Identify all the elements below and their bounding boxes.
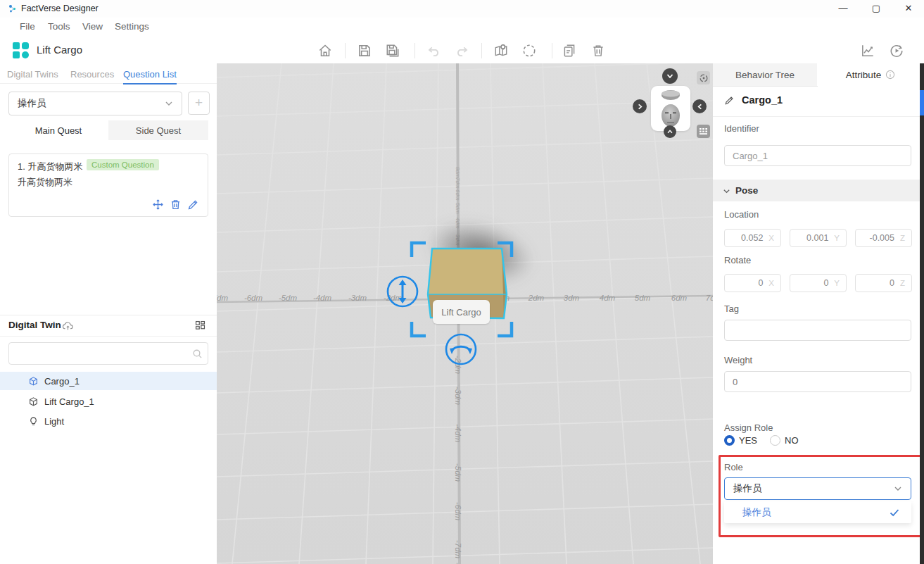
home-button[interactable] [316,42,334,60]
scrollbar[interactable] [920,63,924,564]
location-z-input[interactable]: -0.005 Z [855,229,912,247]
axis-label: -7dm [217,294,234,302]
cloud-upload-icon[interactable] [62,320,74,331]
orbit-up-button[interactable] [664,125,676,138]
tab-attribute[interactable]: Attribute [817,63,924,86]
move-icon[interactable] [152,199,164,211]
tab-behavior-tree[interactable]: Behavior Tree [713,63,818,87]
menu-file[interactable]: File [20,21,35,32]
move-vertical-handle[interactable] [386,275,419,308]
scrollbar-thumb[interactable] [920,90,924,115]
digital-twin-header: Digital Twin [0,315,217,337]
redo-button[interactable] [452,42,471,60]
chart-button[interactable] [859,42,877,60]
undo-button[interactable] [425,42,443,60]
axis-label: -6dm [238,294,269,302]
question-type-badge: Custom Question [87,159,159,170]
tree-item-cargo-1[interactable]: Cargo_1 [0,372,217,390]
axis-label: -4dm [454,424,462,442]
window-title: FactVerse Designer [21,4,99,13]
delete-question-icon[interactable] [170,199,182,211]
left-panel-tabs: Digital Twins Resources Question List [0,63,217,84]
rotate-z-value: 0 [890,278,894,288]
edit-name-icon[interactable] [724,95,735,106]
role-select[interactable]: 操作员 [724,477,911,500]
location-y-input[interactable]: 0.001 Y [790,229,847,247]
timer-button[interactable] [520,42,538,60]
delete-button[interactable] [589,42,607,60]
menu-tools[interactable]: Tools [48,21,70,32]
cube-icon [28,376,39,387]
replay-icon [889,43,904,58]
role-filter-select[interactable]: 操作员 [8,92,182,115]
axis-label: -6dm [454,502,462,520]
add-question-button[interactable]: + [188,92,210,115]
document-copy-icon [562,43,577,58]
maximize-button[interactable]: ▢ [862,0,890,18]
tab-digital-twins[interactable]: Digital Twins [7,69,58,80]
tab-main-quest[interactable]: Main Quest [8,120,108,140]
edit-question-icon[interactable] [187,199,199,211]
location-label: Location [724,209,759,220]
divider [713,116,920,117]
layout-view-icon[interactable] [194,320,206,332]
tab-resources[interactable]: Resources [70,69,114,80]
orbit-left-button[interactable] [633,99,647,113]
close-button[interactable]: ✕ [894,0,923,18]
role-filter-value: 操作员 [9,97,165,110]
save-icon [357,43,372,58]
document-copy-button[interactable] [560,42,578,60]
tag-input[interactable] [724,320,911,341]
axis-letter: Z [900,234,905,242]
radio-no[interactable]: NO [770,435,799,446]
map-button[interactable] [492,42,510,60]
rotate-handle[interactable] [444,332,478,366]
radio-yes-icon [724,435,735,446]
radio-yes[interactable]: YES [724,435,757,446]
selection-brackets [409,240,514,339]
identifier-input[interactable] [724,145,911,166]
axis-label: 7dm [698,294,713,302]
weight-input[interactable] [724,371,911,392]
question-description: 升高货物两米 [18,176,72,189]
save-button[interactable] [355,42,374,60]
redo-icon [454,43,469,58]
keypad-button[interactable] [697,125,710,138]
digital-twin-search[interactable] [8,342,208,365]
viewport-3d[interactable]: -7dm-6dm-5dm-4dm-3dm-2dm1dm2dm3dm4dm5dm6… [217,63,713,564]
tab-question-list[interactable]: Question List [123,69,177,80]
replay-button[interactable] [887,42,906,60]
axis-label: 8dm [455,167,461,178]
axis-label: -3dm [454,387,462,405]
question-card[interactable]: 1. 升高货物两米 Custom Question 升高货物两米 [8,153,208,217]
left-panel: Digital Twins Resources Question List 操作… [0,63,217,564]
tree-item-light[interactable]: Light [0,412,217,430]
search-input[interactable] [15,345,190,362]
radio-yes-label: YES [739,435,757,446]
check-icon [889,507,900,518]
question-title: 1. 升高货物两米 [18,161,82,173]
menu-view[interactable]: View [82,21,103,32]
collapse-chevron-icon [723,187,730,195]
rotate-y-input[interactable]: 0 Y [790,274,847,292]
tree-item-lift-cargo-1[interactable]: Lift Cargo_1 [0,392,217,411]
menu-settings[interactable]: Settings [115,21,149,32]
view-gizmo[interactable] [651,86,690,131]
project-logo-icon [11,41,30,60]
save-as-button[interactable] [384,42,402,60]
location-x-input[interactable]: 0.052 X [724,229,781,247]
role-select-value: 操作员 [725,482,894,495]
orbit-down-button[interactable] [662,68,678,84]
rotate-x-input[interactable]: 0 X [724,274,781,292]
assign-role-radios: YES NO [724,435,799,446]
reset-view-button[interactable] [697,71,710,84]
orbit-right-button[interactable] [692,99,707,113]
role-option[interactable]: 操作员 [724,501,911,523]
minimize-button[interactable]: — [829,0,857,18]
rotate-z-input[interactable]: 0 Z [855,274,912,292]
tab-side-quest[interactable]: Side Quest [108,120,208,140]
info-icon [885,70,895,80]
axis-label: 3dm [556,294,587,302]
tree-item-label: Cargo_1 [44,376,80,387]
pose-section-header[interactable]: Pose [713,180,920,201]
